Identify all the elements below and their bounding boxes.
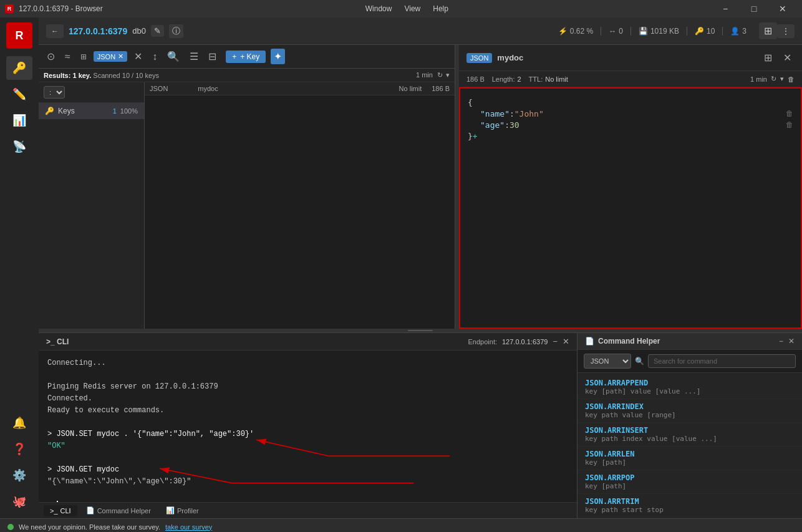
cmd-name: JSON.ARRTRIM bbox=[585, 497, 795, 506]
overview-button[interactable]: ⊞ bbox=[759, 22, 777, 39]
info-button[interactable]: ⓘ bbox=[169, 24, 183, 38]
ttl-meta: TTL: No limit bbox=[529, 75, 568, 83]
filter-button[interactable]: ≈ bbox=[62, 49, 74, 64]
users-stat: 👤 3 bbox=[723, 27, 754, 36]
titlebar-left: R 127.0.0.1:6379 - Browser bbox=[5, 4, 103, 13]
edit-connection-button[interactable]: ✎ bbox=[151, 25, 164, 37]
cmd-close-button[interactable]: ✕ bbox=[788, 337, 795, 346]
sidebar-item-settings[interactable]: ⚙️ bbox=[6, 463, 32, 487]
sidebar-item-browser[interactable]: 🔑 bbox=[6, 56, 32, 80]
connection-header: ← 127.0.0.1:6379 db0 ✎ ⓘ ⚡ 0.62 % ↔ 0 💾 … bbox=[39, 17, 802, 45]
tab-profiler[interactable]: 📊 Profiler bbox=[160, 505, 205, 516]
meta-refresh-icon[interactable]: ↻ bbox=[771, 75, 776, 83]
cmd-header-icons: − ✕ bbox=[779, 337, 795, 346]
chart-icon: 📊 bbox=[12, 114, 26, 127]
chevron-icon[interactable]: ▾ bbox=[780, 75, 784, 83]
list-item[interactable]: JSON.ARRLEN key [path] bbox=[577, 447, 802, 470]
titlebar: R 127.0.0.1:6379 - Browser Window View H… bbox=[0, 0, 802, 17]
menu-help[interactable]: Help bbox=[428, 4, 453, 13]
cli-minimize-button[interactable]: − bbox=[553, 337, 558, 346]
detail-header-left: JSON mydoc bbox=[466, 53, 523, 63]
refresh-icon[interactable]: ↻ bbox=[437, 71, 443, 79]
list-item[interactable]: JSON.CLEAR key [path] bbox=[577, 518, 802, 518]
cmd-name: JSON.ARRINDEX bbox=[585, 402, 795, 411]
cli-prompt[interactable]: > bbox=[47, 500, 568, 502]
fullscreen-button[interactable]: ⊞ bbox=[761, 50, 775, 65]
layout-button[interactable]: ⊟ bbox=[205, 49, 220, 64]
sidebar-item-pubsub[interactable]: 📡 bbox=[6, 135, 32, 158]
plus-icon: + bbox=[232, 52, 236, 61]
clear-filter-button[interactable]: ✕ bbox=[131, 49, 145, 64]
chevron-down-icon[interactable]: ▾ bbox=[446, 71, 450, 79]
cmd-desc: key path value [range] bbox=[585, 411, 795, 419]
list-item[interactable]: JSON.ARRPOP key [path] bbox=[577, 470, 802, 494]
cli-header: >_ CLI Endpoint: 127.0.0.1:6379 − ✕ bbox=[39, 333, 577, 351]
bell-icon: 🔔 bbox=[12, 416, 26, 430]
cmd-minimize-button[interactable]: − bbox=[779, 337, 783, 346]
sidebar-item-analytics[interactable]: 📊 bbox=[6, 109, 32, 132]
length-meta: Length: 2 bbox=[492, 75, 521, 83]
format-button[interactable]: ⊞ bbox=[77, 51, 90, 63]
tab-command-helper[interactable]: 📄 Command Helper bbox=[80, 505, 157, 516]
detail-header: JSON mydoc ⊞ ✕ bbox=[459, 45, 802, 71]
filter-select[interactable]: : bbox=[44, 86, 65, 99]
list-item[interactable]: JSON.ARRINDEX key path value [range] bbox=[577, 399, 802, 423]
col-size: 186 B bbox=[432, 85, 450, 92]
json-tag-close[interactable]: ✕ bbox=[118, 52, 123, 60]
sidebar-item-help[interactable]: ❓ bbox=[6, 437, 32, 461]
filter-row: : bbox=[39, 82, 144, 103]
edit-icon: ✏️ bbox=[12, 87, 26, 101]
maximize-button[interactable]: □ bbox=[740, 0, 768, 17]
cmd-helper-tab-icon: 📄 bbox=[86, 506, 95, 515]
scanned-text: Scanned 10 / 10 keys bbox=[93, 72, 159, 79]
detail-header-right: ⊞ ✕ bbox=[761, 50, 795, 65]
profiler-tab-icon: 📊 bbox=[166, 506, 175, 515]
key-browser-area: ⊙ ≈ ⊞ JSON ✕ ✕ ↕ 🔍 ☰ ⊟ + bbox=[39, 45, 802, 329]
cmd-helper-title: Command Helper bbox=[598, 337, 660, 346]
cli-content[interactable]: Connecting... Pinging Redis server on 12… bbox=[39, 351, 577, 502]
delete-field-icon[interactable]: 🗑 bbox=[786, 109, 793, 118]
menu-view[interactable]: View bbox=[399, 4, 425, 13]
endpoint-label: Endpoint: bbox=[468, 338, 497, 346]
cli-title: >_ CLI bbox=[46, 337, 69, 346]
time-val: 1 min bbox=[416, 71, 433, 79]
wand-button[interactable]: ✦ bbox=[271, 49, 285, 64]
command-search-input[interactable] bbox=[648, 354, 796, 368]
left-panel: ⊙ ≈ ⊞ JSON ✕ ✕ ↕ 🔍 ☰ ⊟ + bbox=[39, 45, 455, 329]
cli-close-button[interactable]: ✕ bbox=[563, 337, 569, 346]
survey-link[interactable]: take our survey bbox=[165, 523, 212, 531]
sidebar-item-workbench[interactable]: ✏️ bbox=[6, 82, 32, 106]
meta-delete-icon[interactable]: 🗑 bbox=[788, 75, 795, 83]
cmd-name: JSON.ARRAPPEND bbox=[585, 379, 795, 387]
key-item-pct: 100% bbox=[120, 107, 138, 115]
json-tag-label: JSON bbox=[97, 53, 115, 60]
connection-address: 127.0.0.1:6379 bbox=[69, 26, 127, 36]
list-item[interactable]: 🔑 Keys 1 100% bbox=[39, 103, 144, 119]
key-table: JSON mydoc No limit 186 B bbox=[145, 82, 455, 329]
users-icon: 👤 bbox=[730, 27, 740, 36]
minimize-button[interactable]: − bbox=[711, 0, 740, 17]
menu-button[interactable]: ☰ bbox=[186, 49, 201, 64]
more-menu-button[interactable]: ⋮ bbox=[777, 24, 795, 38]
list-item[interactable]: JSON.ARRTRIM key path start stop bbox=[577, 494, 802, 518]
users-value: 3 bbox=[742, 27, 746, 36]
search-button[interactable]: 🔍 bbox=[164, 49, 183, 64]
sidebar-item-github[interactable]: 🐙 bbox=[6, 490, 32, 513]
command-filter-select[interactable]: JSON STRING LIST HASH bbox=[584, 354, 631, 369]
close-button[interactable]: ✕ bbox=[768, 0, 797, 17]
sort-button[interactable]: ↕ bbox=[149, 49, 160, 64]
menu-window[interactable]: Window bbox=[360, 4, 397, 13]
meta-actions: 1 min ↻ ▾ 🗑 bbox=[750, 75, 795, 83]
browse-button[interactable]: ⊙ bbox=[44, 49, 58, 64]
list-item[interactable]: JSON.ARRINSERT key path index value [val… bbox=[577, 423, 802, 447]
list-item[interactable]: JSON.ARRAPPEND key [path] value [value .… bbox=[577, 375, 802, 399]
sidebar-item-notifications[interactable]: 🔔 bbox=[6, 411, 32, 435]
add-key-button[interactable]: + + Key bbox=[226, 51, 266, 63]
keys-stat: 🔑 10 bbox=[687, 27, 723, 36]
back-button[interactable]: ← bbox=[46, 24, 64, 38]
tab-cli[interactable]: >_ CLI bbox=[44, 505, 77, 516]
cli-line-blank bbox=[47, 369, 568, 380]
delete-age-icon[interactable]: 🗑 bbox=[786, 120, 793, 129]
detail-close-button[interactable]: ✕ bbox=[780, 50, 795, 65]
add-field-button[interactable]: + bbox=[473, 132, 478, 141]
